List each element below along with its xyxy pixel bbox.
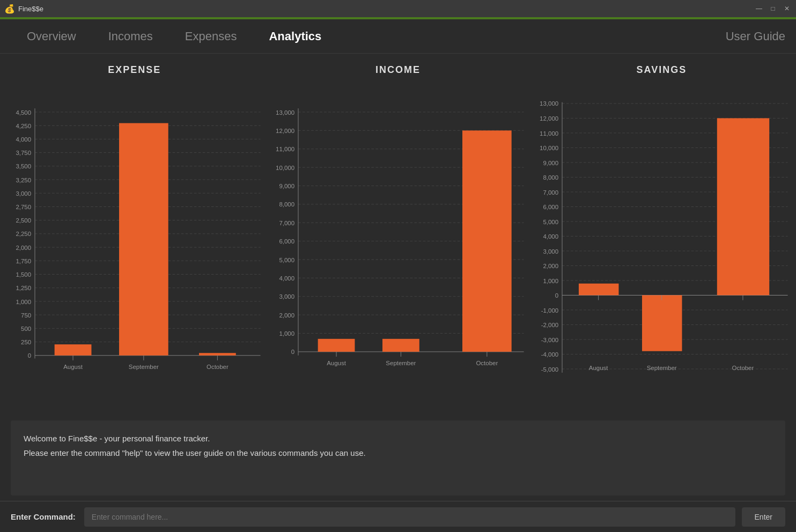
expense-chart-title: EXPENSE <box>108 64 161 76</box>
savings-chart-title: SAVINGS <box>636 64 687 76</box>
app-name: Fine$$e <box>18 5 43 13</box>
svg-text:250: 250 <box>21 339 31 345</box>
svg-text:4,000: 4,000 <box>279 275 295 282</box>
svg-text:8,000: 8,000 <box>543 174 558 181</box>
nav-bar: Overview Incomes Expenses Analytics User… <box>0 19 796 54</box>
svg-text:11,000: 11,000 <box>276 146 294 152</box>
svg-text:2,500: 2,500 <box>16 217 31 224</box>
svg-text:1,500: 1,500 <box>16 271 31 278</box>
svg-text:October: October <box>476 360 498 366</box>
maximize-button[interactable]: □ <box>768 4 778 13</box>
minimize-button[interactable]: — <box>754 4 764 13</box>
svg-text:-2,000: -2,000 <box>541 322 558 328</box>
app-icon: 💰 <box>4 4 15 14</box>
info-panel: Welcome to Fine$$e - your personal finan… <box>11 420 785 496</box>
svg-text:4,000: 4,000 <box>16 136 31 143</box>
svg-text:0: 0 <box>555 292 558 299</box>
income-chart-svg: 13,000 12,000 11,000 10,000 9,000 8,000 … <box>269 80 527 410</box>
svg-text:September: September <box>646 365 676 371</box>
svg-text:0: 0 <box>28 352 31 359</box>
svg-text:2,750: 2,750 <box>16 204 31 210</box>
svg-text:-4,000: -4,000 <box>541 351 558 358</box>
svg-text:12,000: 12,000 <box>276 128 294 134</box>
expense-bar-october <box>199 353 236 356</box>
window-controls[interactable]: — □ ✕ <box>754 4 792 13</box>
svg-text:750: 750 <box>21 312 31 319</box>
enter-button[interactable]: Enter <box>742 507 785 527</box>
svg-text:3,000: 3,000 <box>16 190 31 197</box>
svg-text:2,000: 2,000 <box>279 312 295 319</box>
svg-text:August: August <box>63 364 83 370</box>
command-input[interactable] <box>84 507 735 527</box>
svg-text:2,000: 2,000 <box>543 263 558 269</box>
svg-text:6,000: 6,000 <box>543 204 558 210</box>
svg-text:1,000: 1,000 <box>543 278 558 284</box>
svg-text:11,000: 11,000 <box>540 130 558 137</box>
svg-text:12,000: 12,000 <box>540 115 558 122</box>
svg-text:9,000: 9,000 <box>543 160 558 166</box>
svg-text:4,500: 4,500 <box>16 109 31 116</box>
svg-text:-3,000: -3,000 <box>541 337 558 343</box>
svg-text:6,000: 6,000 <box>279 238 295 245</box>
expense-bar-august <box>55 344 92 356</box>
info-line2: Please enter the command "help" to view … <box>24 446 772 460</box>
income-bar-august <box>318 339 355 352</box>
svg-text:1,000: 1,000 <box>279 330 295 337</box>
svg-text:September: September <box>386 360 416 366</box>
svg-text:3,000: 3,000 <box>543 248 558 255</box>
nav-item-expenses[interactable]: Expenses <box>169 19 253 54</box>
charts-area: EXPENSE 4,500 4,250 4,000 3,750 3,500 3,… <box>0 54 796 415</box>
svg-text:10,000: 10,000 <box>276 165 294 171</box>
svg-text:1,750: 1,750 <box>16 258 31 264</box>
svg-text:August: August <box>327 360 347 366</box>
income-chart-container: INCOME 13,000 12,000 11,000 10,000 9,000… <box>269 64 527 410</box>
svg-text:3,250: 3,250 <box>16 177 31 183</box>
svg-text:August: August <box>588 365 608 371</box>
svg-text:4,250: 4,250 <box>16 123 31 129</box>
expense-bar-september <box>119 123 168 356</box>
nav-item-incomes[interactable]: Incomes <box>92 19 169 54</box>
command-bar: Enter Command: Enter <box>0 501 796 532</box>
svg-text:3,750: 3,750 <box>16 150 31 156</box>
svg-text:-5,000: -5,000 <box>541 366 558 373</box>
svg-text:October: October <box>207 364 229 370</box>
svg-text:10,000: 10,000 <box>540 145 558 151</box>
income-bar-october <box>462 130 512 352</box>
expense-chart-container: EXPENSE 4,500 4,250 4,000 3,750 3,500 3,… <box>5 64 263 410</box>
savings-chart-container: SAVINGS 13,000 12,000 11,000 10,000 9,00… <box>533 64 791 410</box>
svg-text:13,000: 13,000 <box>540 100 558 107</box>
command-label: Enter Command: <box>11 512 76 521</box>
svg-text:9,000: 9,000 <box>279 183 295 189</box>
svg-text:1,000: 1,000 <box>16 299 31 305</box>
savings-chart-svg: 13,000 12,000 11,000 10,000 9,000 8,000 … <box>533 80 791 410</box>
svg-text:2,250: 2,250 <box>16 231 31 237</box>
svg-text:13,000: 13,000 <box>276 109 294 116</box>
svg-text:3,500: 3,500 <box>16 163 31 169</box>
app-title-group: 💰 Fine$$e <box>4 4 43 14</box>
info-line1: Welcome to Fine$$e - your personal finan… <box>24 431 772 446</box>
title-bar: 💰 Fine$$e — □ ✕ <box>0 0 796 17</box>
user-guide-link[interactable]: User Guide <box>726 29 785 43</box>
svg-text:7,000: 7,000 <box>543 189 558 196</box>
income-chart-title: INCOME <box>375 64 421 76</box>
svg-text:4,000: 4,000 <box>543 233 558 240</box>
main-content: EXPENSE 4,500 4,250 4,000 3,750 3,500 3,… <box>0 54 796 532</box>
svg-text:500: 500 <box>21 326 31 332</box>
savings-chart-wrapper: 13,000 12,000 11,000 10,000 9,000 8,000 … <box>533 80 791 410</box>
svg-text:5,000: 5,000 <box>279 257 295 263</box>
svg-text:1,250: 1,250 <box>16 285 31 291</box>
svg-text:2,000: 2,000 <box>16 245 31 251</box>
svg-text:7,000: 7,000 <box>279 220 295 226</box>
close-button[interactable]: ✕ <box>782 4 792 13</box>
income-chart-wrapper: 13,000 12,000 11,000 10,000 9,000 8,000 … <box>269 80 527 410</box>
expense-chart-wrapper: 4,500 4,250 4,000 3,750 3,500 3,250 3,00… <box>5 80 263 410</box>
savings-bar-october <box>717 118 769 295</box>
svg-text:5,000: 5,000 <box>543 219 558 225</box>
svg-text:September: September <box>129 364 159 370</box>
svg-text:October: October <box>732 365 754 371</box>
svg-text:8,000: 8,000 <box>279 201 295 208</box>
svg-text:-1,000: -1,000 <box>541 307 558 314</box>
expense-chart-svg: 4,500 4,250 4,000 3,750 3,500 3,250 3,00… <box>5 80 263 410</box>
nav-item-analytics[interactable]: Analytics <box>253 19 337 54</box>
nav-item-overview[interactable]: Overview <box>11 19 92 54</box>
